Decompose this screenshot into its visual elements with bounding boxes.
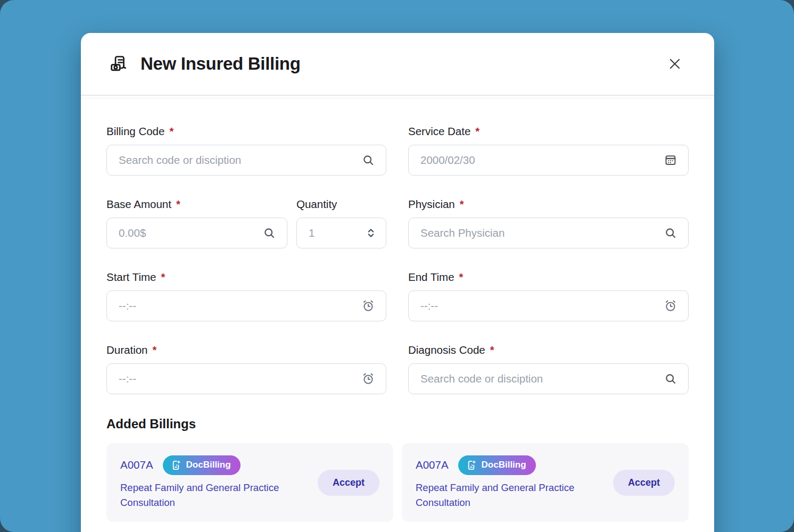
- diagnosis-code-input[interactable]: [420, 372, 657, 385]
- alarm-clock-icon[interactable]: [664, 299, 677, 313]
- doc-sparkle-icon: [170, 459, 182, 471]
- base-amount-label: Base Amount*: [106, 198, 287, 211]
- docbilling-badge-label: DocBilling: [186, 460, 231, 470]
- diagnosis-code-label: Diagnosis Code*: [408, 344, 689, 356]
- docbilling-badge: DocBilling: [163, 455, 241, 475]
- base-amount-input[interactable]: [119, 227, 256, 239]
- billing-description: Repeat Family and General Practice Consu…: [416, 480, 607, 510]
- start-time-field: Start Time*: [106, 271, 386, 321]
- billing-code-input[interactable]: [119, 154, 355, 167]
- diagnosis-code-field: Diagnosis Code*: [408, 344, 689, 394]
- required-asterisk: *: [459, 271, 464, 284]
- amount-quantity-row: Base Amount*: [106, 198, 386, 271]
- required-asterisk: *: [153, 344, 157, 356]
- billing-description: Repeat Family and General Practice Consu…: [120, 480, 312, 510]
- alarm-clock-icon[interactable]: [361, 372, 375, 386]
- quantity-field: Quantity: [296, 198, 386, 248]
- duration-label: Duration*: [106, 344, 386, 356]
- required-asterisk: *: [490, 344, 494, 356]
- duration-input[interactable]: [119, 372, 355, 385]
- stepper-icon[interactable]: [365, 227, 377, 239]
- start-time-label: Start Time*: [106, 271, 386, 284]
- search-icon: [664, 372, 677, 386]
- added-billings-list: A007A DocBill: [106, 443, 689, 522]
- billing-code-value: A007A: [416, 459, 449, 471]
- service-date-label: Service Date*: [408, 125, 689, 138]
- required-asterisk: *: [176, 198, 180, 211]
- required-asterisk: *: [169, 126, 173, 138]
- physician-search-input[interactable]: [420, 227, 657, 239]
- quantity-stepper[interactable]: [309, 227, 358, 239]
- docbilling-badge: DocBilling: [458, 455, 536, 475]
- quantity-label: Quantity: [296, 198, 386, 211]
- physician-label: Physician*: [408, 198, 689, 211]
- service-date-input[interactable]: [420, 154, 657, 167]
- billing-card: A007A DocBill: [106, 443, 393, 522]
- end-time-input[interactable]: [420, 300, 657, 312]
- search-icon: [664, 226, 677, 240]
- service-date-field: Service Date*: [408, 125, 689, 176]
- docbilling-badge-label: DocBilling: [482, 460, 526, 470]
- close-icon[interactable]: [663, 52, 687, 76]
- required-asterisk: *: [475, 126, 479, 138]
- base-amount-field: Base Amount*: [106, 198, 287, 248]
- billing-form: Billing Code* Service Date*: [81, 98, 714, 522]
- start-time-input[interactable]: [119, 300, 355, 312]
- alarm-clock-icon[interactable]: [361, 299, 375, 313]
- accept-button[interactable]: Accept: [613, 470, 675, 496]
- required-asterisk: *: [161, 271, 165, 284]
- search-icon: [361, 153, 375, 167]
- doc-sparkle-icon: [465, 459, 477, 471]
- modal-title: New Insured Billing: [140, 54, 301, 74]
- invoice-icon: [109, 53, 130, 74]
- billing-code-field: Billing Code*: [106, 125, 386, 176]
- billing-code-label: Billing Code*: [106, 125, 386, 138]
- billing-code-value: A007A: [120, 459, 153, 471]
- billing-card: A007A DocBill: [402, 443, 689, 522]
- end-time-label: End Time*: [408, 271, 689, 284]
- physician-field: Physician*: [408, 198, 689, 248]
- duration-field: Duration*: [106, 344, 386, 394]
- calendar-icon[interactable]: [664, 153, 677, 167]
- search-icon: [262, 226, 276, 240]
- page-background: New Insured Billing Billing Code*: [0, 0, 794, 532]
- new-insured-billing-modal: New Insured Billing Billing Code*: [81, 33, 714, 532]
- modal-header: New Insured Billing: [81, 33, 714, 96]
- added-billings-heading: Added Billings: [106, 417, 689, 431]
- required-asterisk: *: [460, 198, 464, 211]
- end-time-field: End Time*: [408, 271, 689, 321]
- accept-button[interactable]: Accept: [318, 470, 379, 496]
